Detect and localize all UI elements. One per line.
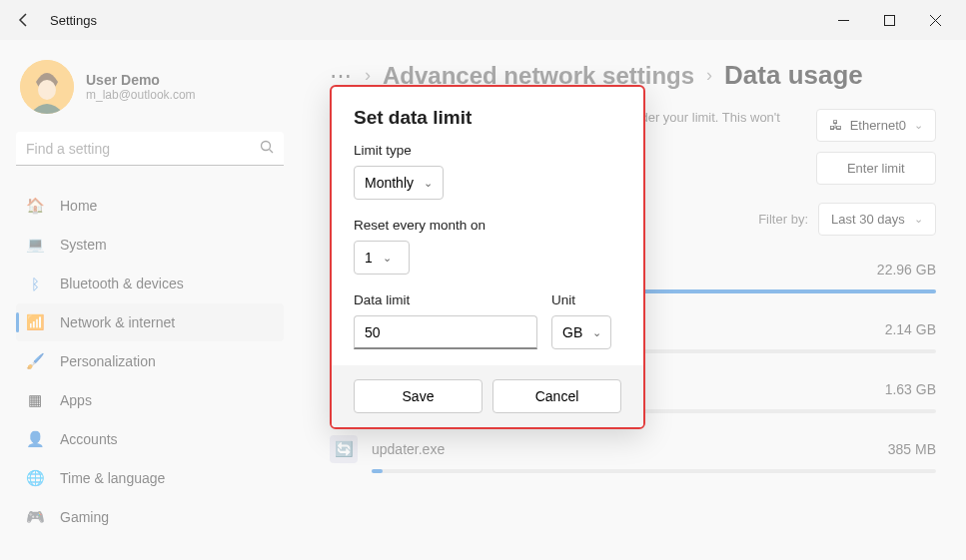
limit-type-label: Limit type — [354, 143, 621, 158]
maximize-button[interactable] — [866, 4, 912, 36]
maximize-icon — [884, 15, 895, 26]
unit-value: GB — [562, 324, 582, 340]
chevron-down-icon: ⌄ — [383, 252, 392, 265]
arrow-left-icon — [16, 12, 32, 28]
back-button[interactable] — [8, 4, 40, 36]
cancel-button[interactable]: Cancel — [492, 379, 621, 413]
limit-type-value: Monthly — [365, 175, 414, 191]
dialog-title: Set data limit — [354, 107, 621, 129]
data-limit-input[interactable] — [354, 315, 537, 349]
window-title: Settings — [50, 13, 97, 28]
window-controls — [820, 4, 958, 36]
titlebar: Settings — [0, 0, 966, 40]
close-icon — [930, 15, 941, 26]
minimize-button[interactable] — [820, 4, 866, 36]
chevron-down-icon: ⌄ — [424, 177, 433, 190]
reset-day-dropdown[interactable]: 1 ⌄ — [354, 241, 410, 275]
limit-type-dropdown[interactable]: Monthly ⌄ — [354, 166, 444, 200]
close-button[interactable] — [912, 4, 958, 36]
reset-day-value: 1 — [365, 250, 373, 266]
unit-dropdown[interactable]: GB ⌄ — [551, 315, 611, 349]
set-data-limit-dialog: Set data limit Limit type Monthly ⌄ Rese… — [330, 85, 645, 429]
data-limit-label: Data limit — [354, 292, 537, 307]
unit-label: Unit — [551, 292, 621, 307]
svg-rect-1 — [884, 15, 894, 25]
minimize-icon — [838, 15, 849, 26]
save-button[interactable]: Save — [354, 379, 483, 413]
chevron-down-icon: ⌄ — [592, 326, 601, 339]
reset-label: Reset every month on — [354, 218, 621, 233]
